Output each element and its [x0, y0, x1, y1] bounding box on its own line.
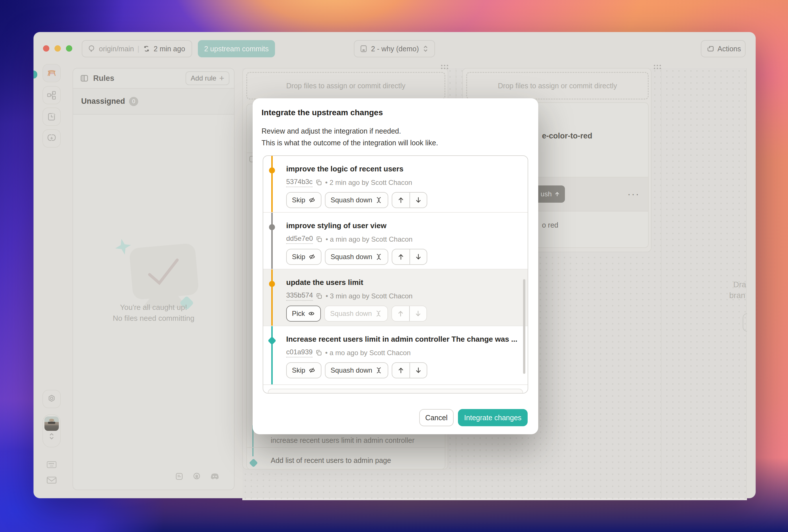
- scrollbar-thumb[interactable]: [523, 279, 525, 374]
- base-branch-pill[interactable]: origin/main | 2 min ago: [82, 40, 192, 57]
- user-menu[interactable]: [42, 414, 61, 447]
- arrow-down-icon: [415, 253, 422, 261]
- branch-name-label[interactable]: e-color-to-red: [542, 131, 592, 140]
- eye-off-icon: [308, 253, 316, 261]
- cancel-button[interactable]: Cancel: [419, 409, 454, 426]
- commit-rail: [271, 156, 273, 212]
- keyboard-shortcuts-button[interactable]: [46, 461, 57, 469]
- traffic-close-button[interactable]: [43, 45, 49, 52]
- arrow-down-icon: [414, 310, 422, 317]
- project-name-label: 2 - why (demo): [371, 45, 419, 53]
- lane-drag-handle[interactable]: [441, 65, 450, 70]
- commit-dot-gray: [269, 224, 275, 230]
- copy-icon[interactable]: [315, 179, 322, 186]
- eye-icon: [308, 310, 315, 317]
- add-rule-button[interactable]: Add rule +: [185, 71, 230, 85]
- skip-button[interactable]: Skip: [286, 249, 321, 265]
- feedback-button[interactable]: [46, 476, 57, 485]
- reorder-buttons: [392, 362, 427, 378]
- history-icon: [46, 111, 57, 122]
- move-down-button[interactable]: [410, 249, 427, 264]
- move-up-button[interactable]: [392, 363, 410, 378]
- arrow-down-icon: [415, 196, 422, 204]
- upstream-commit-list: improve the logic of recent users 5374b3…: [263, 155, 528, 393]
- squash-down-button-disabled[interactable]: Squash down: [324, 306, 388, 322]
- workspace-indicator: [34, 70, 37, 79]
- move-up-button[interactable]: [392, 192, 410, 207]
- squash-down-button[interactable]: Squash down: [325, 362, 388, 378]
- reorder-buttons: [391, 306, 427, 322]
- upstream-commits-label: 2 upstream commits: [204, 45, 269, 53]
- commit-meta: • 2 min ago by Scott Chacon: [325, 179, 412, 187]
- integrate-changes-button[interactable]: Integrate changes: [458, 409, 528, 426]
- settings-button[interactable]: [42, 390, 61, 408]
- copy-icon[interactable]: [315, 349, 322, 356]
- actions-button[interactable]: Actions: [701, 40, 746, 57]
- nav-ai-button[interactable]: [42, 129, 61, 148]
- sparkle-square-icon: [707, 45, 714, 53]
- commit-hash[interactable]: 335b574: [286, 291, 313, 301]
- app-window: origin/main | 2 min ago 2 upstream commi…: [34, 32, 755, 498]
- push-arrow-icon: [554, 191, 560, 197]
- traffic-minimize-button[interactable]: [55, 45, 61, 52]
- squash-icon: [375, 310, 382, 317]
- fetch-time-label: 2 min ago: [154, 45, 185, 53]
- dropzone-right[interactable]: Drop files to assign or commit directly: [466, 72, 649, 100]
- copy-icon[interactable]: [316, 293, 322, 300]
- move-down-button[interactable]: [410, 192, 427, 207]
- traffic-zoom-button[interactable]: [66, 45, 72, 52]
- copy-icon[interactable]: [316, 236, 322, 243]
- dropzone-left-label: Drop files to assign or commit directly: [286, 82, 405, 90]
- commit-hash[interactable]: 5374b3c: [286, 178, 313, 187]
- lane-separator: [661, 68, 662, 500]
- project-icon: [360, 45, 368, 53]
- lane-separator: [746, 68, 747, 500]
- commit-title: Increase recent users limit in admin con…: [286, 335, 517, 344]
- squash-down-label: Squash down: [331, 366, 372, 374]
- empty-state-illustration: [113, 229, 199, 326]
- commit-row: improve styling of user view dd5e7e0 • a…: [263, 213, 528, 269]
- skip-label: Skip: [292, 366, 306, 374]
- commit-hash[interactable]: c01a939: [286, 348, 313, 357]
- commit-hash[interactable]: dd5e7e0: [286, 234, 313, 244]
- lane-drag-handle[interactable]: [654, 65, 663, 70]
- changelog-icon[interactable]: [175, 472, 183, 480]
- hidden-commit-title[interactable]: increase recent users limit in admin con…: [271, 436, 415, 445]
- nav-branches-button[interactable]: [42, 86, 61, 104]
- commit-title-fragment[interactable]: o red: [542, 221, 558, 229]
- move-down-button[interactable]: [410, 363, 427, 378]
- clipped-box: [743, 313, 747, 332]
- arrow-up-icon: [397, 310, 404, 317]
- arrow-up-icon: [397, 196, 405, 204]
- bottom-commit-title[interactable]: Add list of recent users to admin page: [271, 456, 391, 465]
- commit-meta: • a min ago by Scott Chacon: [326, 235, 412, 243]
- rules-title: Rules: [93, 74, 114, 83]
- nav-history-button[interactable]: [42, 107, 61, 126]
- move-up-button[interactable]: [392, 306, 409, 321]
- upstream-commits-badge[interactable]: 2 upstream commits: [198, 40, 275, 57]
- eye-off-icon: [308, 196, 316, 204]
- skip-button[interactable]: Skip: [286, 192, 321, 208]
- empty-state-subtitle: No files need committing: [73, 314, 234, 323]
- squash-down-button[interactable]: Squash down: [325, 249, 388, 265]
- squash-down-button[interactable]: Squash down: [325, 192, 388, 208]
- skip-button[interactable]: Skip: [286, 362, 321, 378]
- nav-workspace-button[interactable]: [42, 64, 61, 82]
- rules-panel: Rules Add rule + Unassigned 0 You're all…: [73, 68, 235, 490]
- sync-icon: [143, 45, 150, 53]
- integrate-upstream-modal: Integrate the upstream changes Review an…: [253, 98, 538, 434]
- commit-rail: [271, 213, 273, 269]
- empty-state-title: You're all caught up!: [73, 303, 234, 312]
- modal-title: Integrate the upstream changes: [261, 108, 383, 117]
- dropzone-left[interactable]: Drop files to assign or commit directly: [246, 72, 445, 100]
- pick-button[interactable]: Pick: [286, 306, 321, 322]
- open-source-icon[interactable]: [192, 472, 201, 481]
- project-select[interactable]: 2 - why (demo): [354, 40, 435, 57]
- branch-menu-button[interactable]: ···: [627, 188, 640, 200]
- rules-board-icon: [80, 74, 88, 83]
- move-up-button[interactable]: [392, 249, 410, 264]
- discord-icon[interactable]: [210, 473, 219, 480]
- commit-row: Increase recent users limit in admin con…: [263, 326, 528, 385]
- unassigned-section-header[interactable]: Unassigned 0: [73, 88, 234, 115]
- move-down-button[interactable]: [409, 306, 427, 321]
